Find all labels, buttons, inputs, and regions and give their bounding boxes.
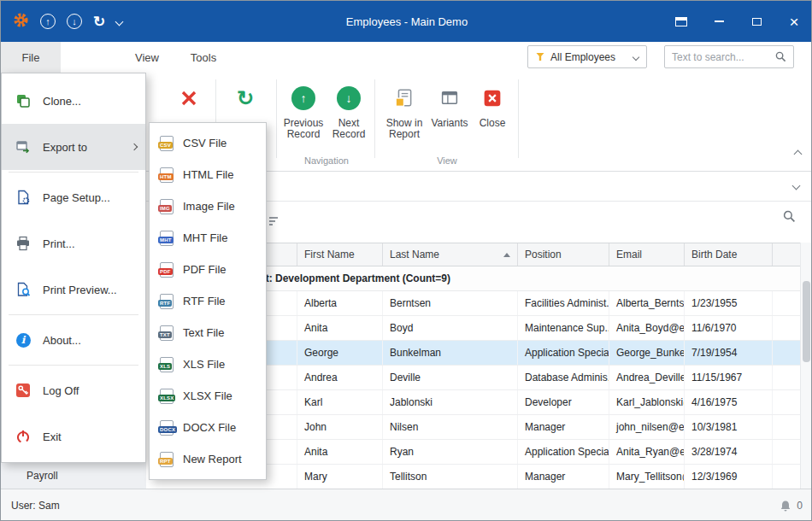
table-row[interactable]: Mary Tellitson Manager Mary_Tellitson@e.… [174,465,800,489]
table-row-selected[interactable]: George Bunkelman Application Specia... G… [174,341,800,366]
print-preview-icon [15,282,31,297]
notifications-bell-icon[interactable] [780,500,791,512]
search-input[interactable] [672,51,770,63]
expand-panel-icon[interactable] [792,182,801,190]
refresh-icon: ↻ [237,85,254,112]
menu-item-xls-file[interactable]: XLS XLS File [150,348,266,380]
search-icon[interactable] [775,51,786,62]
xlsx-file-icon: XLSX [160,389,174,404]
menu-item-rtf-file[interactable]: RTF RTF File [150,285,266,317]
table-row[interactable]: Andrea Deville Database Adminis... Andre… [174,366,800,390]
menu-item-text-file[interactable]: TXT Text File [150,317,266,348]
power-icon [15,429,31,444]
variants-label: Variants [431,118,468,129]
record-filter-combo[interactable]: All Employees [527,45,647,68]
export-submenu-popup: CSV CSV File HTM HTML File IMG Image Fil… [149,122,267,480]
pdf-file-icon: PDF [160,262,174,278]
ribbon-display-options-button[interactable] [662,1,700,42]
minimize-button[interactable] [700,1,738,42]
file-menu-popup: Clone... Export to Page Setup... [1,73,146,463]
table-row[interactable]: Anita Ryan Application Specia... Anita_R… [174,440,800,465]
rtf-file-icon: RTF [160,294,174,309]
quick-access-toolbar: ↑ ↓ ↻ [1,12,122,32]
variants-button[interactable]: Variants [428,78,471,165]
qat-dropdown-icon[interactable] [115,17,124,26]
scrollbar-thumb[interactable] [803,281,810,362]
menu-item-exit[interactable]: Exit [2,413,145,460]
previous-record-icon: ↑ [291,85,315,112]
menu-item-page-setup[interactable]: Page Setup... [2,174,145,220]
previous-record-label: Previous Record [281,118,326,140]
menu-item-log-off[interactable]: Log Off [2,367,145,413]
show-in-report-button[interactable]: Show in Report [380,78,428,165]
page-setup-icon [15,190,31,205]
app-gear-icon[interactable] [13,12,29,32]
column-header-birth-date[interactable]: Birth Date [685,243,773,266]
menu-item-export-to[interactable]: Export to [2,124,145,170]
xls-file-icon: XLS [160,357,174,372]
column-header-first-name[interactable]: First Name [297,243,383,266]
collapse-ribbon-icon[interactable] [794,150,803,159]
maximize-button[interactable] [738,1,775,42]
menu-item-clone[interactable]: Clone... [2,78,145,124]
menu-item-new-report[interactable]: RPT New Report [150,443,266,475]
employees-grid: First Name Last Name Position Email Birt… [174,243,800,489]
menu-item-mht-file[interactable]: MHT MHT File [150,222,266,254]
menu-item-image-file[interactable]: IMG Image File [150,190,266,222]
menu-item-print-preview[interactable]: Print Preview... [2,266,145,313]
grid-header-row: First Name Last Name Position Email Birt… [174,243,800,266]
table-row[interactable]: Alberta Berntsen Facilities Administ... … [174,291,800,316]
table-row[interactable]: John Nilsen Manager john_nilsen@exa... 1… [174,415,800,440]
next-record-label: Next Record [327,118,370,140]
html-file-icon: HTM [160,167,174,183]
column-header-email[interactable]: Email [609,243,685,266]
menu-item-docx-file[interactable]: DOCX DOCX File [150,412,266,443]
chevron-down-icon [633,53,639,60]
sort-groups-icon[interactable] [268,215,279,227]
menu-item-html-file[interactable]: HTM HTML File [150,159,266,190]
menu-item-xlsx-file[interactable]: XLSX XLSX File [150,380,266,412]
search-box [664,45,794,68]
tab-view[interactable]: View [121,42,173,73]
filter-icon [536,53,544,61]
close-view-label: Close [480,118,506,129]
column-header-last-name[interactable]: Last Name [383,243,518,266]
close-view-icon [483,85,502,112]
vertical-scrollbar[interactable] [800,243,811,489]
next-record-button[interactable]: ↓ Next Record [327,78,370,165]
show-in-report-icon [394,85,415,112]
csv-file-icon: CSV [160,136,174,151]
new-report-icon: RPT [160,452,174,467]
menu-item-print[interactable]: Print... [2,220,145,266]
table-row[interactable]: Anita Boyd Maintenance Sup... Anita_Boyd… [174,316,800,341]
window-controls: × [662,1,812,42]
app-window: ↑ ↓ ↻ Employees - Main Demo × File View … [0,0,812,521]
title-bar: ↑ ↓ ↻ Employees - Main Demo × [1,1,812,42]
menu-item-pdf-file[interactable]: PDF PDF File [150,254,266,285]
close-view-button[interactable]: Close [472,78,513,165]
print-icon [15,236,31,251]
close-window-button[interactable]: × [775,1,812,42]
table-row[interactable]: Karl Jablonski Developer Karl_Jablonski@… [174,390,800,415]
ribbon-group-navigation: Navigation [281,155,372,166]
notifications-count: 0 [797,500,803,512]
variants-icon [440,85,459,112]
log-off-key-icon [15,383,31,398]
ribbon-group-view: View [380,155,514,166]
show-in-report-label: Show in Report [380,118,428,140]
column-header-position[interactable]: Position [518,243,609,266]
grid-search-icon[interactable] [783,210,796,223]
refresh-quick-icon[interactable]: ↻ [93,15,105,29]
sidebar-item-payroll[interactable]: Payroll [1,463,146,489]
tab-tools[interactable]: Tools [178,42,229,73]
menu-item-csv-file[interactable]: CSV CSV File [150,127,266,159]
next-record-quick-icon[interactable]: ↓ [67,14,82,29]
tab-file[interactable]: File [1,42,61,73]
previous-record-button[interactable]: ↑ Previous Record [281,78,326,165]
ribbon-tab-row: File View Tools All Employees [1,42,812,73]
previous-record-quick-icon[interactable]: ↑ [40,14,56,29]
menu-item-about[interactable]: i About... [2,317,145,363]
submenu-arrow-icon [131,143,138,150]
next-record-icon: ↓ [337,85,361,112]
group-row-development-department[interactable]: Department: Development Department (Coun… [174,266,800,291]
